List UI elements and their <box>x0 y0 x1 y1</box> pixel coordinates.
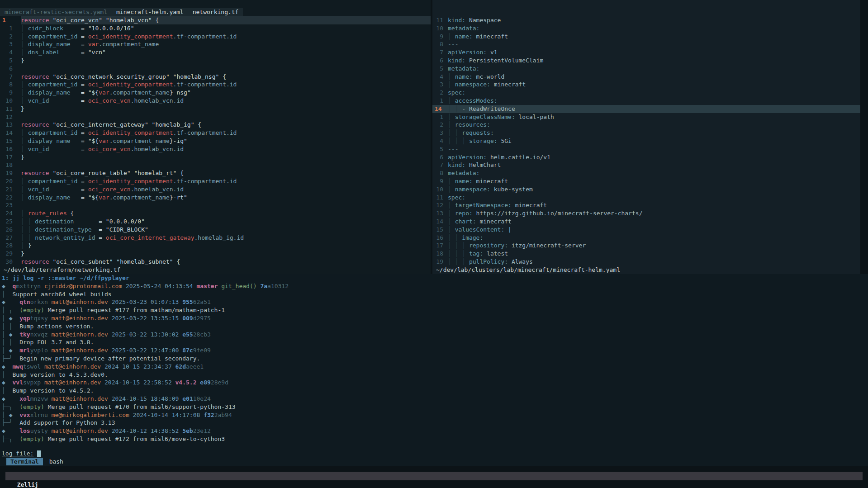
code-line[interactable]: 9│ name: minecraft <box>432 33 860 41</box>
token: targetNamespace: <box>455 202 512 208</box>
code-line[interactable]: 1│ accessModes: <box>432 97 860 105</box>
code-line[interactable]: 22│ display_name = "${var.compartment_na… <box>0 194 431 202</box>
code-line[interactable]: 17│ │ │ repository: itzg/minecraft-serve… <box>432 242 860 250</box>
token: 5eb <box>182 427 193 434</box>
code-line[interactable]: 8│ compartment_id = oci_identity_compart… <box>0 81 431 89</box>
token: resource <box>21 17 49 24</box>
line-number: 6 <box>0 65 21 73</box>
code-line[interactable]: 4│ dns_label = "vcn" <box>0 48 431 57</box>
code-line-cursor[interactable]: 14│ │ - ReadWriteOnce <box>432 105 860 113</box>
code-line[interactable]: 12 <box>0 113 431 121</box>
code-line[interactable]: 6 <box>0 65 431 73</box>
code-line[interactable]: 27│ │ network_entity_id = oci_core_inter… <box>0 234 431 242</box>
token: │ <box>2 315 9 322</box>
code-line[interactable]: 9│ name: minecraft <box>432 177 860 185</box>
token: │ │ <box>448 234 462 241</box>
line-text <box>21 161 431 169</box>
code-line[interactable]: 3│ namespace: minecraft <box>432 81 860 89</box>
code-line[interactable]: 6apiVersion: helm.cattle.io/v1 <box>432 153 860 161</box>
code-line[interactable]: 13resource "oci_core_internet_gateway" "… <box>0 121 431 129</box>
editor-pane-networking-tf[interactable]: minecraft-restic-secrets.yamlminecraft-h… <box>0 0 431 274</box>
code-line[interactable]: 11spec: <box>432 194 860 202</box>
line-text: kind: HelmChart <box>448 161 860 169</box>
code-line[interactable]: 16│ │ image: <box>432 234 860 242</box>
code-line[interactable]: 28│ } <box>0 242 431 250</box>
token: xol <box>19 395 30 402</box>
code-line[interactable]: 18 <box>0 161 431 169</box>
code-line[interactable]: 15│ display_name = "${var.compartment_na… <box>0 137 431 145</box>
code-line-cursor[interactable]: 1resource "oci_core_vcn" "homelab_vcn" { <box>0 16 431 24</box>
code-line[interactable]: 17} <box>0 153 431 161</box>
code-line[interactable]: 13│ repo: https://itzg.github.io/minecra… <box>432 209 860 218</box>
code-line[interactable]: 7resource "oci_core_network_security_gro… <box>0 73 431 81</box>
code-line[interactable]: 8--- <box>432 40 860 48</box>
code-line[interactable]: 4│ name: mc-world <box>432 73 860 81</box>
code-line[interactable]: 5} <box>0 57 431 65</box>
code-lines-right: 11kind: Namespace10metadata:9│ name: min… <box>432 16 860 266</box>
token: "oci_core_vcn" "homelab_vcn" <box>52 17 152 24</box>
token: .compartment_name <box>109 194 170 201</box>
code-line[interactable]: 8metadata: <box>432 169 860 177</box>
jj-log-output: ◆ qmxttryn cjriddz@protonmail.com 2025-0… <box>0 282 868 443</box>
code-line[interactable]: 2│ resources: <box>432 121 860 129</box>
token: minecraft <box>473 178 508 185</box>
code-line[interactable]: 21│ vcn_id = oci_core_vcn.homelab_vcn.id <box>0 185 431 194</box>
token: │ │ <box>21 226 35 233</box>
buffer-tab[interactable]: minecraft-restic-secrets.yaml <box>0 8 112 16</box>
editor-pane-minecraft-helm[interactable]: 11kind: Namespace10metadata:9│ name: min… <box>432 0 860 274</box>
code-line[interactable]: 30resource "oci_core_subnet" "homelab_su… <box>0 258 431 266</box>
code-line[interactable]: 15│ valuesContent: |- <box>432 226 860 234</box>
token <box>172 363 175 370</box>
code-line[interactable]: 16│ vcn_id = oci_core_vcn.homelab_vcn.id <box>0 145 431 153</box>
code-line[interactable]: 29} <box>0 250 431 258</box>
code-line[interactable]: 19resource "oci_core_route_table" "homel… <box>0 169 431 177</box>
code-line[interactable]: 3│ display_name = var.compartment_name <box>0 40 431 48</box>
code-line[interactable]: 11kind: Namespace <box>432 16 860 24</box>
line-number: 15 <box>432 226 448 234</box>
buffer-tab[interactable]: minecraft-helm.yaml <box>112 8 188 16</box>
code-line[interactable]: 4│ │ │ storage: 5Gi <box>432 137 860 145</box>
code-line[interactable]: 19│ │ │ pullPolicy: Always <box>432 258 860 266</box>
code-line[interactable]: 14│ chart: minecraft <box>432 218 860 226</box>
terminal-pane[interactable]: 1: jj log -r ::master ~/d/ffpyplayer ◆ q… <box>0 274 868 466</box>
token: │ <box>2 291 5 298</box>
token: v1 <box>487 49 497 56</box>
token: 28e9d <box>211 379 228 386</box>
code-line[interactable]: 24│ route_rules { <box>0 209 431 218</box>
code-line[interactable]: 5metadata: <box>432 65 860 73</box>
token: oci_core_vcn <box>88 97 131 104</box>
code-line[interactable]: 7apiVersion: v1 <box>432 48 860 57</box>
code-line[interactable]: 20│ compartment_id = oci_identity_compar… <box>0 177 431 185</box>
token: ◆ <box>2 298 5 305</box>
line-number: 8 <box>0 81 21 89</box>
code-line[interactable]: 11} <box>0 105 431 113</box>
token: .tf-compartment.id <box>173 178 237 185</box>
code-line[interactable]: 2spec: <box>432 89 860 97</box>
code-line[interactable]: 10│ namespace: kube-system <box>432 185 860 194</box>
code-line[interactable]: 14│ compartment_id = oci_identity_compar… <box>0 129 431 137</box>
code-line[interactable]: 1│ storageClassName: local-path <box>432 113 860 121</box>
code-line[interactable]: 23 <box>0 201 431 209</box>
token: Namespace <box>465 17 501 24</box>
token: │ <box>2 331 9 338</box>
terminal-chip[interactable]: Terminal <box>6 458 43 466</box>
code-line[interactable]: 2│ compartment_id = oci_identity_compart… <box>0 33 431 41</box>
code-line[interactable]: 10│ vcn_id = oci_core_vcn.homelab_vcn.id <box>0 97 431 105</box>
prompt-row[interactable]: log file: <box>0 450 868 458</box>
line-text: │ storageClassName: local-path <box>448 113 860 121</box>
code-line[interactable]: 7kind: HelmChart <box>432 161 860 169</box>
code-line[interactable]: 9│ display_name = "${var.compartment_nam… <box>0 89 431 97</box>
code-line[interactable]: 25│ │ destination = "0.0.0.0/0" <box>0 218 431 226</box>
buffer-tab[interactable]: networking.tf <box>188 8 243 16</box>
code-line[interactable]: 12│ targetNamespace: minecraft <box>432 201 860 209</box>
code-line[interactable]: 5--- <box>432 145 860 153</box>
token: network_entity_id <box>35 234 95 241</box>
code-line[interactable]: 10metadata: <box>432 24 860 33</box>
token: cjriddz@protonmail.com <box>44 283 122 289</box>
code-line[interactable]: 18│ │ │ tag: latest <box>432 250 860 258</box>
code-line[interactable]: 6kind: PersistentVolumeClaim <box>432 57 860 65</box>
code-line[interactable]: 26│ │ destination_type = "CIDR_BLOCK" <box>0 226 431 234</box>
token: chart: <box>455 218 476 225</box>
code-line[interactable]: 3│ │ requests: <box>432 129 860 137</box>
code-line[interactable]: 1│ cidr_block = "10.0.0.0/16" <box>0 24 431 33</box>
